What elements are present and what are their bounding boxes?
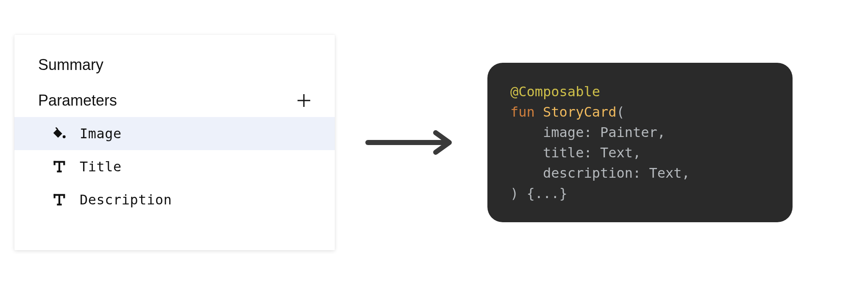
summary-heading: Summary (14, 56, 335, 74)
code-keyword-fun: fun (510, 104, 535, 120)
code-param-line: title: Text, (510, 145, 641, 161)
parameters-list: Image Title (14, 117, 335, 216)
arrow-icon (364, 128, 458, 157)
parameters-header: Parameters (14, 92, 335, 109)
code-func-name: StoryCard (543, 104, 616, 120)
diagram-stage: Summary Parameters Image (0, 0, 868, 285)
parameter-label: Title (80, 159, 122, 175)
code-open-paren: ( (616, 104, 624, 120)
code-param-line: description: Text, (510, 165, 690, 181)
parameters-heading: Parameters (38, 92, 117, 109)
code-param-line: image: Painter, (510, 124, 665, 140)
code-snippet-card: @Composable fun StoryCard( image: Painte… (487, 63, 793, 222)
parameter-label: Image (80, 126, 122, 142)
add-parameter-button[interactable] (297, 93, 311, 108)
text-icon (51, 191, 68, 208)
code-close: ) {...} (510, 185, 568, 201)
code-content: @Composable fun StoryCard( image: Painte… (510, 81, 770, 204)
parameter-label: Description (80, 192, 172, 208)
svg-point-2 (63, 135, 66, 138)
parameter-item-title[interactable]: Title (14, 150, 335, 183)
paint-bucket-icon (51, 125, 68, 142)
parameter-item-description[interactable]: Description (14, 183, 335, 216)
properties-panel: Summary Parameters Image (14, 35, 335, 250)
text-icon (51, 158, 68, 175)
code-annotation: @Composable (510, 84, 600, 100)
parameter-item-image[interactable]: Image (14, 117, 335, 150)
